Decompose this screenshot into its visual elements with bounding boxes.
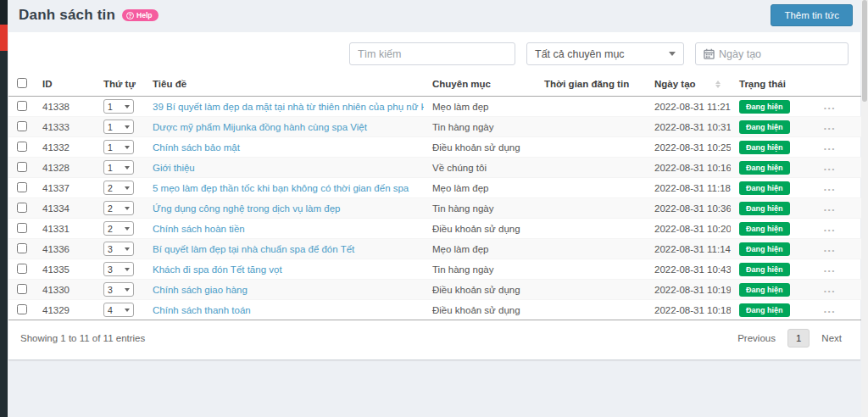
row-title-link[interactable]: Chính sách hoàn tiền: [153, 224, 245, 234]
chevron-down-icon: [125, 288, 130, 292]
row-actions-menu[interactable]: •••: [824, 125, 836, 132]
header-status[interactable]: Trạng thái: [731, 74, 815, 97]
order-select-value: 2: [108, 224, 113, 234]
row-checkbox[interactable]: [17, 304, 27, 314]
row-checkbox[interactable]: [17, 284, 27, 294]
order-select[interactable]: 3: [103, 242, 134, 256]
row-checkbox[interactable]: [17, 162, 27, 172]
order-select[interactable]: 3: [103, 282, 134, 297]
row-actions-menu[interactable]: •••: [824, 104, 836, 112]
row-title-link[interactable]: Ứng dụng công nghệ trong dịch vụ làm đẹp: [153, 203, 340, 214]
order-select[interactable]: 1: [103, 99, 134, 114]
chevron-down-icon: [125, 227, 130, 231]
row-title-link[interactable]: Chính sách giao hàng: [153, 285, 248, 295]
chevron-down-icon: [669, 52, 676, 56]
row-checkbox[interactable]: [17, 203, 27, 213]
row-actions-menu[interactable]: •••: [824, 247, 836, 254]
row-title-link[interactable]: Dược mỹ phẩm Mijunka đồng hành cùng spa …: [153, 122, 367, 132]
search-input[interactable]: [349, 42, 515, 65]
row-created: 2022-08-31 10:36:58: [646, 198, 731, 219]
vertical-scrollbar[interactable]: [861, 0, 868, 417]
date-filter-input[interactable]: Ngày tạo: [695, 42, 849, 65]
header-title[interactable]: Tiêu đề: [144, 74, 424, 97]
row-title-link[interactable]: Bí quyết làm đẹp tại nhà chuẩn spa để đó…: [153, 244, 354, 254]
order-select[interactable]: 2: [103, 221, 134, 236]
row-publish-time: [536, 158, 646, 178]
row-actions-menu[interactable]: •••: [824, 226, 836, 234]
header-order[interactable]: Thứ tự: [95, 74, 144, 97]
order-select[interactable]: 2: [103, 181, 134, 195]
row-checkbox[interactable]: [17, 121, 27, 131]
order-select[interactable]: 1: [103, 160, 134, 175]
row-id: 41334: [34, 198, 95, 219]
row-title-link[interactable]: Chính sách bảo mật: [153, 142, 240, 153]
row-title-link[interactable]: Khách đi spa đón Tết tăng vọt: [153, 264, 282, 275]
row-title-link[interactable]: Giới thiệu: [153, 163, 195, 173]
row-checkbox[interactable]: [17, 182, 27, 192]
header-actions: [815, 74, 861, 97]
status-badge: Đang hiện: [739, 242, 790, 256]
order-select-value: 4: [108, 305, 113, 315]
next-page-button[interactable]: Next: [815, 329, 849, 348]
row-created: 2022-08-31 10:18:19: [646, 300, 731, 320]
header-created-label[interactable]: Ngày tạo: [654, 79, 696, 89]
row-publish-time: [536, 117, 646, 137]
row-category: Tin hàng ngày: [424, 117, 536, 137]
order-select[interactable]: 2: [103, 201, 134, 215]
sidebar-logo-segment: [0, 0, 8, 25]
row-id: 41331: [34, 219, 95, 239]
row-category: Điều khoản sử dụng: [424, 280, 536, 300]
previous-page-button[interactable]: Previous: [731, 329, 782, 348]
row-category: Điều khoản sử dụng: [424, 300, 536, 320]
row-actions-menu[interactable]: •••: [824, 287, 836, 295]
collapsed-sidebar[interactable]: [0, 0, 8, 417]
table-row: 41330 3 Chính sách giao hàng Điều khoản …: [8, 280, 861, 300]
row-checkbox[interactable]: [17, 223, 27, 233]
select-all-checkbox[interactable]: [17, 78, 27, 88]
table-row: 41332 1 Chính sách bảo mật Điều khoản sử…: [8, 137, 861, 158]
row-actions-menu[interactable]: •••: [824, 186, 836, 193]
row-category: Mẹo làm đẹp: [424, 239, 536, 259]
status-badge: Đang hiện: [739, 100, 790, 114]
header-id[interactable]: ID: [34, 74, 95, 97]
question-icon: ?: [126, 12, 134, 19]
row-checkbox[interactable]: [17, 243, 27, 253]
row-checkbox[interactable]: [17, 142, 27, 152]
row-actions-menu[interactable]: •••: [824, 165, 836, 173]
row-title-link[interactable]: 5 mẹo làm đẹp thần tốc khi bạn không có …: [153, 183, 409, 193]
add-news-button[interactable]: Thêm tin tức: [771, 4, 853, 26]
row-actions-menu[interactable]: •••: [824, 206, 836, 214]
order-select-value: 1: [108, 122, 113, 132]
sort-icon[interactable]: [715, 81, 722, 88]
help-badge[interactable]: ? Help: [122, 9, 158, 21]
order-select-value: 1: [108, 142, 113, 153]
order-select[interactable]: 1: [103, 140, 134, 154]
chevron-down-icon: [125, 247, 130, 251]
category-select[interactable]: Tất cả chuyên mục: [526, 42, 684, 65]
calendar-icon: [704, 48, 715, 59]
row-actions-menu[interactable]: •••: [824, 267, 836, 275]
order-select[interactable]: 3: [103, 262, 134, 276]
page-number-1[interactable]: 1: [787, 329, 810, 348]
row-checkbox[interactable]: [17, 101, 27, 111]
row-created: 2022-08-31 11:21:36: [646, 97, 731, 117]
row-title-link[interactable]: Chính sách thanh toán: [153, 305, 251, 315]
chevron-down-icon: [125, 166, 130, 170]
news-table: ID Thứ tự Tiêu đề Chuyên mục Thời gian đ…: [8, 74, 861, 320]
main-content: Danh sách tin ? Help Thêm tin tức Tất cả…: [8, 0, 861, 360]
scrollbar-thumb[interactable]: [862, 0, 867, 102]
header-created: Ngày tạo: [646, 74, 731, 97]
row-created: 2022-08-31 10:16:47: [646, 158, 731, 178]
row-id: 41335: [34, 259, 95, 280]
row-publish-time: [536, 259, 646, 280]
header-publish-time[interactable]: Thời gian đăng tin: [536, 74, 646, 97]
row-publish-time: [536, 280, 646, 300]
row-title-link[interactable]: 39 Bí quyết làm đẹp da mặt tại nhà từ th…: [153, 102, 424, 112]
header-category[interactable]: Chuyên mục: [424, 74, 536, 97]
row-checkbox[interactable]: [17, 264, 27, 274]
table-row: 41338 1 39 Bí quyết làm đẹp da mặt tại n…: [8, 97, 861, 117]
order-select[interactable]: 4: [103, 303, 134, 317]
row-actions-menu[interactable]: •••: [824, 145, 836, 153]
order-select[interactable]: 1: [103, 120, 134, 134]
row-actions-menu[interactable]: •••: [824, 308, 836, 315]
